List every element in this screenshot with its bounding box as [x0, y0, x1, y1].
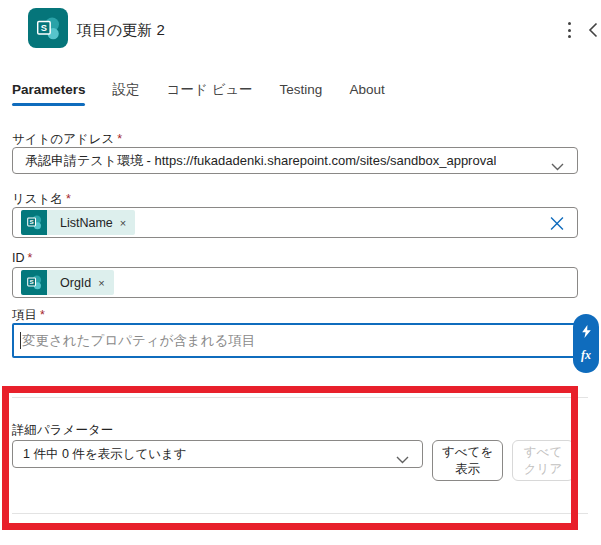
section-divider [12, 513, 588, 514]
selected-tab-indicator [12, 103, 85, 106]
section-divider [12, 397, 588, 398]
id-label: ID* [12, 251, 32, 265]
advanced-dropdown-value: 1 件中 0 件を表示しています [13, 446, 187, 463]
list-name-field[interactable]: S ListName × [12, 207, 578, 238]
tab-testing[interactable]: Testing [280, 82, 323, 97]
sharepoint-icon: S [28, 8, 68, 48]
dynamic-content-pill: fx [573, 314, 599, 373]
dynamic-token-listname[interactable]: S ListName × [21, 210, 135, 235]
required-mark: * [66, 192, 71, 206]
site-address-dropdown[interactable]: 承認申請テスト環境 - https://fukadadenki.sharepoi… [12, 147, 578, 174]
required-mark: * [40, 308, 45, 322]
clear-all-button: すべてクリア [512, 440, 574, 481]
tab-settings[interactable]: 設定 [113, 81, 140, 99]
lightning-icon[interactable] [581, 324, 592, 337]
item-placeholder: 変更されたプロパティが含まれる項目 [22, 332, 255, 350]
advanced-parameters-label: 詳細パラメーター [12, 422, 113, 439]
sharepoint-token-icon: S [21, 210, 47, 235]
action-card-update-item: S 項目の更新 2 Parameters 設定 コード ビュー Testing … [0, 0, 601, 545]
advanced-parameters-dropdown[interactable]: 1 件中 0 件を表示しています [12, 440, 423, 468]
remove-token-icon[interactable]: × [120, 217, 126, 229]
clear-field-icon[interactable] [550, 216, 564, 229]
site-address-value: 承認申請テスト環境 - https://fukadadenki.sharepoi… [13, 152, 496, 170]
text-cursor [20, 332, 21, 349]
tab-code-view[interactable]: コード ビュー [167, 81, 253, 99]
dynamic-token-orgid[interactable]: S OrgId × [21, 270, 114, 295]
svg-text:S: S [29, 218, 33, 225]
tab-parameters[interactable]: Parameters [12, 82, 86, 97]
tab-bar: Parameters 設定 コード ビュー Testing About [12, 81, 385, 99]
list-name-label: リスト名* [12, 191, 71, 208]
collapse-panel-icon[interactable] [588, 22, 601, 38]
svg-text:S: S [29, 278, 33, 285]
sharepoint-logo-glyph: S [35, 15, 62, 42]
action-title: 項目の更新 2 [77, 21, 165, 40]
chevron-down-icon[interactable] [396, 450, 409, 458]
more-options-icon[interactable] [558, 18, 580, 42]
item-input[interactable]: 変更されたプロパティが含まれる項目 [12, 323, 578, 358]
sharepoint-token-icon: S [21, 270, 47, 295]
required-mark: * [28, 251, 33, 265]
fx-icon[interactable]: fx [581, 348, 591, 363]
item-label: 項目* [12, 307, 45, 324]
id-field[interactable]: S OrgId × [12, 267, 578, 298]
svg-text:S: S [40, 23, 46, 33]
chevron-down-icon[interactable] [551, 157, 564, 165]
tab-about[interactable]: About [349, 82, 384, 97]
remove-token-icon[interactable]: × [98, 277, 104, 289]
show-all-button[interactable]: すべてを表示 [432, 440, 503, 481]
token-label: OrgId × [47, 270, 114, 295]
required-mark: * [117, 132, 122, 146]
site-address-label: サイトのアドレス* [12, 131, 122, 148]
token-label: ListName × [47, 210, 135, 235]
